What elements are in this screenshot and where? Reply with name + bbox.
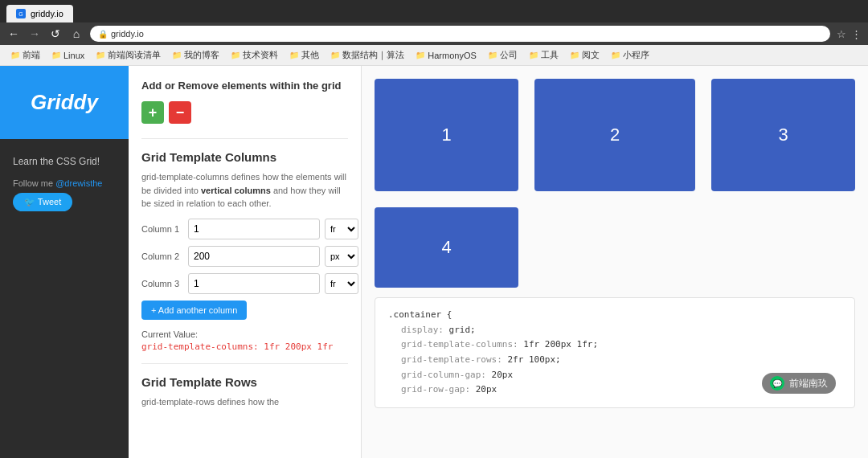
browser-nav: ← → ↺ ⌂ 🔒 griddy.io ☆ ⋮: [0, 22, 868, 45]
bookmark-label: 前端阅读清单: [108, 49, 161, 61]
rows-section-title: Grid Template Rows: [141, 375, 348, 389]
column-3-label: Column 3: [141, 279, 183, 288]
menu-icon[interactable]: ⋮: [851, 28, 862, 40]
column-row-1: Column 1 frpx%emauto ✕: [141, 219, 348, 239]
follow-link[interactable]: @drewisthe: [55, 178, 102, 188]
grid-container: 1 2 3 4: [375, 79, 855, 288]
column-3-unit-select[interactable]: frpx%emauto: [325, 273, 358, 294]
add-column-button[interactable]: + Add another column: [141, 301, 247, 320]
folder-icon: 📁: [231, 51, 240, 59]
code-line-3: grid-template-rows: 2fr 100px;: [388, 353, 841, 368]
column-3-input[interactable]: [188, 273, 320, 294]
column-1-unit-select[interactable]: frpx%emauto: [325, 219, 358, 239]
column-2-label: Column 2: [141, 251, 183, 261]
folder-icon: 📁: [96, 51, 105, 59]
column-2-input[interactable]: [188, 246, 320, 267]
bookmark-label: 阅文: [582, 49, 600, 61]
folder-icon: 📁: [570, 51, 579, 59]
bookmark-label: 小程序: [623, 49, 649, 61]
add-remove-buttons: + −: [141, 101, 348, 124]
bookmark-readlist[interactable]: 📁 前端阅读清单: [92, 47, 165, 63]
tweet-button[interactable]: 🐦 Tweet: [13, 193, 72, 211]
bookmark-linux[interactable]: 📁 Linux: [47, 49, 88, 62]
bookmark-label: 其他: [301, 49, 319, 61]
folder-icon: 📁: [289, 51, 299, 59]
code-line-4: grid-column-gap: 20px: [388, 368, 841, 383]
add-remove-title: Add or Remove elements within the grid: [141, 79, 348, 93]
nav-actions: ☆ ⋮: [837, 28, 862, 40]
address-bar[interactable]: 🔒 griddy.io: [90, 26, 830, 42]
code-line-2: grid-template-columns: 1fr 200px 1fr;: [388, 337, 841, 353]
bookmark-qianduan[interactable]: 📁 前端: [6, 47, 44, 63]
back-button[interactable]: ←: [6, 27, 21, 41]
browser-chrome: G griddy.io ← → ↺ ⌂ 🔒 griddy.io ☆ ⋮: [0, 0, 868, 45]
remove-element-button[interactable]: −: [169, 101, 191, 124]
address-text: griddy.io: [111, 29, 144, 39]
bookmark-tech[interactable]: 📁 技术资料: [227, 47, 282, 63]
bookmark-company[interactable]: 📁 公司: [484, 47, 522, 63]
code-line-5: grid-row-gap: 20px: [388, 382, 841, 398]
column-row-3: Column 3 frpx%emauto ✕: [141, 273, 348, 294]
folder-icon: 📁: [416, 51, 425, 59]
bookmark-blog[interactable]: 📁 我的博客: [168, 47, 223, 63]
folder-icon: 📁: [529, 51, 538, 59]
home-button[interactable]: ⌂: [69, 27, 84, 41]
folder-icon: 📁: [172, 51, 182, 59]
folder-icon: 📁: [10, 51, 20, 59]
columns-section: Grid Template Columns grid-template-colu…: [141, 150, 348, 352]
folder-icon: 📁: [488, 51, 497, 59]
rows-section-desc: grid-template-rows defines how the: [141, 395, 348, 409]
bookmark-label: 公司: [500, 49, 518, 61]
folder-icon: 📁: [611, 51, 620, 59]
active-tab[interactable]: G griddy.io: [6, 5, 73, 22]
preview-area: 1 2 3 4 .container { display: grid; grid…: [362, 66, 868, 458]
bookmark-label: HarmonyOS: [428, 51, 477, 60]
reload-button[interactable]: ↺: [48, 27, 63, 41]
star-icon[interactable]: ☆: [837, 28, 846, 40]
app-body: Griddy Learn the CSS Grid! Follow me @dr…: [0, 66, 868, 458]
forward-button[interactable]: →: [27, 27, 42, 41]
bookmarks-bar: 📁 前端 📁 Linux 📁 前端阅读清单 📁 我的博客 📁 技术资料 📁 其他…: [0, 45, 868, 66]
bookmark-label: Linux: [63, 51, 84, 60]
bookmark-yuewen[interactable]: 📁 阅文: [566, 47, 604, 63]
learn-text: Learn the CSS Grid!: [13, 155, 116, 169]
column-1-label: Column 1: [141, 224, 183, 234]
bookmark-label: 技术资料: [243, 49, 278, 61]
code-block: .container { display: grid; grid-templat…: [375, 297, 855, 408]
sidebar-logo: Griddy: [0, 66, 129, 139]
tab-label: griddy.io: [31, 9, 63, 18]
bookmark-label: 前端: [23, 49, 40, 61]
columns-section-title: Grid Template Columns: [141, 150, 348, 164]
folder-icon: 📁: [330, 51, 340, 59]
bookmark-miniapp[interactable]: 📁 小程序: [607, 47, 653, 63]
add-remove-section: Add or Remove elements within the grid +…: [141, 79, 348, 124]
column-2-unit-select[interactable]: frpx%emauto: [325, 246, 358, 267]
folder-icon: 📁: [51, 51, 61, 59]
bookmark-other[interactable]: 📁 其他: [285, 47, 323, 63]
columns-section-desc: grid-template-columns defines how the el…: [141, 170, 348, 211]
bookmark-harmony[interactable]: 📁 HarmonyOS: [411, 49, 481, 62]
bookmark-tools[interactable]: 📁 工具: [525, 47, 563, 63]
bookmark-label: 我的博客: [184, 49, 219, 61]
sidebar: Griddy Learn the CSS Grid! Follow me @dr…: [0, 66, 129, 458]
bookmark-label: 数据结构｜算法: [342, 49, 404, 61]
control-panel: Add or Remove elements within the grid +…: [129, 66, 362, 458]
bookmark-label: 工具: [541, 49, 559, 61]
column-1-input[interactable]: [188, 219, 320, 239]
grid-item-2: 2: [534, 79, 695, 191]
browser-tabs: G griddy.io: [0, 0, 868, 22]
add-element-button[interactable]: +: [141, 101, 164, 124]
divider-1: [141, 138, 348, 139]
grid-item-3: 3: [711, 79, 855, 191]
bookmark-ds[interactable]: 📁 数据结构｜算法: [326, 47, 408, 63]
current-value-code: grid-template-columns: 1fr 200px 1fr: [141, 341, 348, 352]
divider-2: [141, 363, 348, 364]
current-value-label: Current Value:: [141, 329, 348, 339]
column-row-2: Column 2 frpx%emauto ✕: [141, 246, 348, 267]
lock-icon: 🔒: [98, 30, 108, 39]
rows-section: Grid Template Rows grid-template-rows de…: [141, 375, 348, 409]
code-line-1: display: grid;: [388, 323, 841, 338]
grid-item-1: 1: [375, 79, 518, 191]
tab-favicon: G: [16, 9, 26, 18]
code-selector: .container {: [388, 308, 841, 323]
